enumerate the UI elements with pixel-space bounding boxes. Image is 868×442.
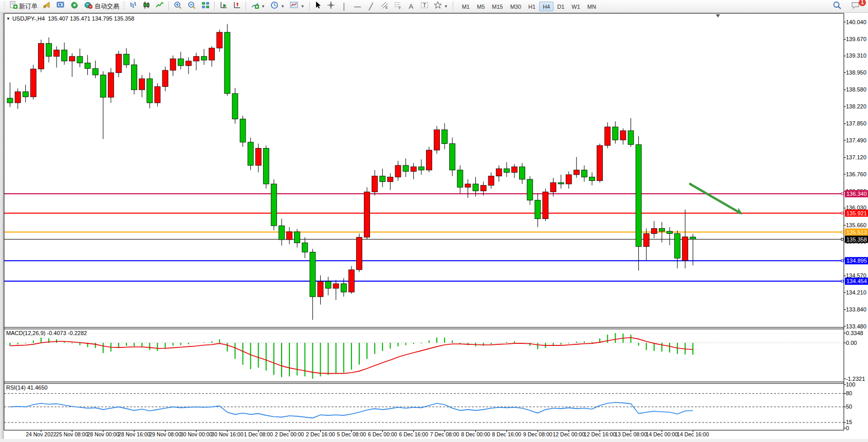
candle-body [30,69,36,97]
candle-body [139,79,145,90]
zoom-out-button[interactable] [185,1,199,12]
candlestick-chart-button[interactable] [140,1,153,12]
trendline-tool-button[interactable]: ╱ [364,1,378,12]
chart-canvas[interactable]: 140.040139.670139.310138.950138.580138.2… [0,0,868,442]
time-tick-label: 28 Nov 16:00 [118,431,151,437]
tile-windows-button[interactable] [199,1,212,12]
candle-body [403,165,409,172]
candle-body [62,50,67,61]
toolbar-separator [214,2,215,11]
hline-135.513-anchor[interactable] [841,231,843,233]
candle-body [178,59,183,66]
market-watch-button[interactable] [54,1,68,12]
candle-body [605,127,611,145]
price-tick-label: 134.210 [846,289,866,296]
timeframe-M1[interactable]: M1 [458,2,473,11]
current-price-anchor[interactable] [841,238,843,241]
periods-button[interactable]: ▼ [268,1,287,12]
crosshair-tool-button[interactable] [324,1,338,12]
candle-body [411,167,416,172]
text-tool-button[interactable]: A [404,1,418,12]
new-order-icon [9,1,17,11]
line-chart-button[interactable] [153,1,167,12]
hline-134.454-anchor[interactable] [841,280,843,282]
hline-135.921-badge-label: 135.921 [846,210,867,216]
candle-body [348,270,354,292]
timeframe-toolbar: M1M5M15M30H1H4D1W1MN [458,2,600,11]
candle-body [162,70,168,87]
alerts-button[interactable] [40,1,54,12]
candle-body [170,59,176,70]
candle-body [209,48,215,60]
candle-body [643,234,649,247]
auto-scroll-button[interactable] [217,1,230,12]
arrows-tool-button[interactable]: ▼ [431,1,451,12]
channel-tool-button[interactable]: E [378,1,391,12]
ohlc-text: 135.407 135.471 134.795 135.358 [48,15,134,22]
auto-trading-button[interactable]: 自动交易 [82,1,122,12]
new-order-button[interactable]: 新订单 [7,1,40,12]
timeframe-W1[interactable]: W1 [568,2,584,11]
templates-button[interactable]: ▼ [287,1,307,12]
chat-button[interactable]: 1 [848,1,863,12]
time-tick-label: 8 Dec 16:00 [492,431,522,437]
hline-136.340-anchor[interactable] [841,193,843,195]
toolbar-grip[interactable] [4,2,5,11]
timeframe-M15[interactable]: M15 [488,2,506,11]
timeframe-MN[interactable]: MN [584,2,600,11]
chat-notification-badge: 1 [859,0,866,6]
chart-background [4,13,844,430]
price-tick-label: 135.660 [846,222,866,228]
candle-body [488,176,494,186]
candle-body [496,169,502,176]
navigator-icon [70,1,79,11]
macd-indicator-label: MACD(12,26,9) -0.4073 -0.2282 [6,330,87,336]
dropdown-caret-icon: ▼ [444,4,448,9]
fibonacci-tool-button[interactable]: F [391,1,404,12]
candle-body [201,57,207,60]
timeframe-M30[interactable]: M30 [507,2,525,11]
timeframe-H1[interactable]: H1 [525,2,539,11]
bar-chart-button[interactable] [126,1,140,12]
time-tick-label: 2 Dec 00:00 [275,431,304,437]
candle-body [675,234,680,259]
price-tick-label: 137.120 [846,154,866,160]
candle-body [147,79,153,103]
timeframe-H4[interactable]: H4 [539,2,553,11]
vertical-line-tool-button[interactable]: │ [338,1,351,12]
candle-body [333,284,339,288]
hline-134.895-anchor[interactable] [841,260,843,262]
zoom-out-icon [188,1,196,11]
time-tick-label: 13 Dec 08:00 [615,431,647,437]
candle-body [23,91,28,97]
text-label-tool-button[interactable]: T [418,1,431,12]
zoom-in-button[interactable] [171,1,185,12]
hline-134.454-badge-label: 134.454 [846,278,867,284]
candle-body [512,167,518,173]
svg-text:T: T [423,3,426,8]
candle-body [217,32,223,48]
navigator-button[interactable] [68,1,82,12]
timeframe-D1[interactable]: D1 [553,2,568,11]
toolbar-grip[interactable] [123,2,125,11]
candle-body [38,44,44,69]
hline-135.921-anchor[interactable] [841,212,843,214]
horizontal-line-tool-button[interactable]: — [351,1,364,12]
time-tick-label: 5 Dec 08:00 [337,431,366,437]
timeframe-M5[interactable]: M5 [473,2,488,11]
macd-tick-label: 0.3348 [846,330,863,336]
indicators-button[interactable]: ▼ [248,1,268,12]
search-button[interactable] [830,1,844,12]
hline-136.340-badge-label: 136.340 [846,191,867,197]
candle-body [302,243,308,252]
rsi-tick-label: 80 [846,390,852,396]
candle-body [651,229,657,234]
macd-tick-label: 0.00 [846,340,857,346]
cursor-tool-button[interactable] [312,1,324,12]
auto-scroll-icon [219,1,228,11]
svg-text:E: E [385,6,388,9]
candle-body [380,176,385,182]
symbol-dropdown-icon[interactable]: ▼ [6,16,10,21]
chart-shift-button[interactable] [230,1,244,12]
candle-body [566,175,571,184]
